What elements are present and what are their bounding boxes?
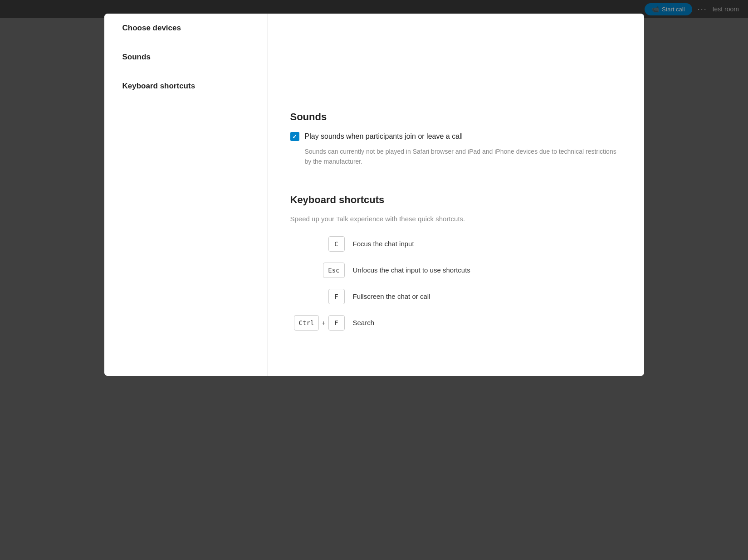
shortcut-row-ctrl-f: Ctrl + F Search (290, 315, 621, 331)
shortcut-desc-ctrl-f: Search (353, 319, 375, 326)
sounds-label: Sounds (122, 53, 151, 62)
key-group-esc: Esc (290, 263, 345, 278)
modal-overlay: Choose devices Sounds Keyboard shortcuts… (0, 0, 748, 560)
key-plus-sign: + (322, 319, 325, 326)
key-c: C (328, 236, 345, 252)
shortcut-desc-esc: Unfocus the chat input to use shortcuts (353, 266, 470, 274)
key-ctrl: Ctrl (294, 315, 319, 331)
shortcut-desc-f: Fullscreen the chat or call (353, 292, 430, 300)
shortcut-desc-c: Focus the chat input (353, 240, 414, 248)
key-group-f: F (290, 289, 345, 304)
sidebar-item-sounds[interactable]: Sounds (104, 43, 267, 72)
keyboard-shortcuts-title: Keyboard shortcuts (290, 194, 621, 206)
shortcut-row-c: C Focus the chat input (290, 236, 621, 252)
sidebar-item-choose-devices[interactable]: Choose devices (104, 14, 267, 43)
content-body: Sounds Play sounds when participants joi… (268, 93, 644, 376)
key-esc: Esc (323, 263, 344, 278)
play-sounds-checkbox[interactable] (290, 132, 299, 141)
sounds-checkbox-row: Play sounds when participants join or le… (290, 132, 621, 141)
sounds-section: Sounds Play sounds when participants joi… (290, 111, 621, 167)
sidebar-item-keyboard-shortcuts[interactable]: Keyboard shortcuts (104, 72, 267, 101)
choose-devices-label: Choose devices (122, 24, 181, 33)
keyboard-shortcuts-section: Keyboard shortcuts Speed up your Talk ex… (290, 194, 621, 331)
key-group-c: C (290, 236, 345, 252)
keyboard-shortcuts-label: Keyboard shortcuts (122, 82, 196, 91)
shortcuts-description: Speed up your Talk experience with these… (290, 215, 621, 223)
shortcut-row-f: F Fullscreen the chat or call (290, 289, 621, 304)
play-sounds-label: Play sounds when participants join or le… (305, 132, 463, 141)
settings-modal: Choose devices Sounds Keyboard shortcuts… (104, 14, 644, 376)
main-content: Sounds Play sounds when participants joi… (268, 14, 644, 376)
sidebar: Choose devices Sounds Keyboard shortcuts (104, 14, 268, 376)
shortcut-row-esc: Esc Unfocus the chat input to use shortc… (290, 263, 621, 278)
sounds-section-title: Sounds (290, 111, 621, 123)
key-group-ctrl-f: Ctrl + F (290, 315, 345, 331)
key-f2: F (328, 315, 345, 331)
key-f: F (328, 289, 345, 304)
sounds-description: Sounds can currently not be played in Sa… (305, 146, 621, 167)
